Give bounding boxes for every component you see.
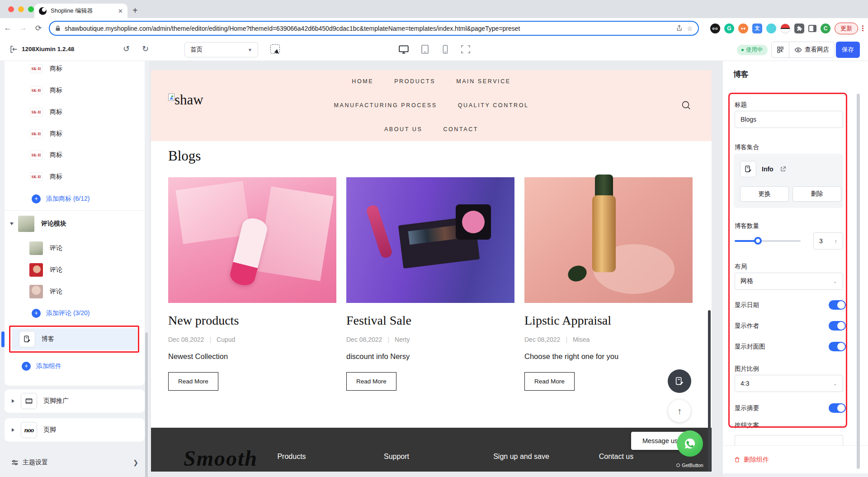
- section-select-icon[interactable]: [270, 44, 280, 54]
- show-summary-toggle[interactable]: [829, 403, 846, 413]
- footer-link[interactable]: Sign up and save: [493, 453, 549, 461]
- sidebar-item-logo[interactable]: SK-II 商标: [5, 123, 145, 145]
- undo-icon[interactable]: ↺: [123, 44, 130, 54]
- extension-translate-icon[interactable]: 文: [752, 24, 762, 33]
- getbutton-watermark[interactable]: GetButton: [657, 463, 712, 468]
- chrome-update-button[interactable]: 更新: [835, 23, 858, 34]
- read-more-button[interactable]: Read More: [524, 372, 575, 391]
- blog-count-stepper[interactable]: 3 ↑: [813, 232, 843, 250]
- maximize-window-button[interactable]: [28, 6, 34, 12]
- back-icon[interactable]: ←: [0, 24, 15, 33]
- nav-link[interactable]: PRODUCTS: [394, 78, 435, 85]
- extensions-puzzle-icon[interactable]: [794, 24, 804, 33]
- device-mobile-icon[interactable]: [440, 44, 450, 54]
- search-icon[interactable]: [681, 100, 692, 111]
- extension-grammarly-icon[interactable]: G: [724, 24, 734, 33]
- collapse-triangle-icon[interactable]: [10, 222, 14, 227]
- nav-link[interactable]: QUALITY CONTROL: [458, 102, 529, 109]
- browser-menu-icon[interactable]: [862, 25, 863, 31]
- extension-octopus-icon[interactable]: [766, 24, 776, 33]
- address-bar[interactable]: shawboutique.myshopline.com/admin/theme/…: [49, 21, 699, 36]
- sidebar-item-logo[interactable]: SK-II 商标: [5, 58, 145, 80]
- add-logo-button[interactable]: + 添加商标 (6/12): [5, 188, 145, 210]
- slider-thumb[interactable]: [754, 237, 762, 245]
- profile-avatar[interactable]: C: [821, 24, 830, 33]
- reload-icon[interactable]: ⟳: [31, 24, 46, 33]
- blog-post-title[interactable]: Lipstic Appraisal: [524, 313, 611, 328]
- close-window-button[interactable]: [8, 6, 14, 12]
- bookmark-star-icon[interactable]: ☆: [687, 25, 693, 32]
- device-desktop-icon[interactable]: [398, 43, 410, 55]
- nav-link[interactable]: MANUFACTURING PROCESS: [334, 102, 437, 109]
- show-author-toggle[interactable]: [829, 321, 846, 331]
- extension-pokeball-icon[interactable]: [780, 24, 790, 33]
- show-date-toggle[interactable]: [829, 300, 846, 310]
- forward-icon[interactable]: →: [15, 24, 31, 33]
- sidebar-item-logo[interactable]: SK-II 商标: [5, 80, 145, 101]
- sidebar-item-review[interactable]: 评论: [5, 259, 145, 281]
- footer-card[interactable]: noo 页脚: [5, 418, 145, 442]
- image-ratio-select[interactable]: 4:3 ⌄: [735, 375, 843, 392]
- browser-tab[interactable]: Shopline 编辑器 ✕: [34, 4, 127, 18]
- device-tablet-icon[interactable]: [420, 44, 430, 55]
- sidebar-item-review[interactable]: 评论: [5, 237, 145, 259]
- layout-select[interactable]: 网格 ⌄: [735, 273, 843, 290]
- new-tab-button[interactable]: +: [132, 5, 138, 16]
- nav-link[interactable]: HOME: [352, 78, 373, 85]
- read-more-button[interactable]: Read More: [346, 372, 396, 391]
- tab-close-icon[interactable]: ✕: [118, 8, 123, 14]
- stepper-up-icon[interactable]: ↑: [835, 238, 838, 245]
- footer-link[interactable]: Support: [384, 453, 409, 461]
- save-button[interactable]: 保存: [836, 42, 860, 58]
- view-store-button[interactable]: 查看网店: [789, 42, 834, 57]
- side-panel-icon[interactable]: [808, 25, 816, 32]
- share-icon[interactable]: [676, 25, 683, 32]
- blog-section-fab[interactable]: [668, 369, 691, 393]
- sidebar-item-reviews-module[interactable]: 评论模块: [5, 213, 145, 235]
- add-component-button[interactable]: + 添加组件: [5, 355, 145, 377]
- blog-cover-image[interactable]: [524, 177, 693, 303]
- panel-scrollbar[interactable]: [857, 94, 860, 469]
- delete-component-button[interactable]: 删除组件: [744, 456, 769, 464]
- window-controls[interactable]: [8, 6, 34, 12]
- sidebar-item-blog-selected[interactable]: 博客: [12, 328, 137, 350]
- blog-cover-image[interactable]: [168, 177, 336, 303]
- sidebar-item-review[interactable]: 评论: [5, 281, 145, 302]
- replace-collection-button[interactable]: 更换: [740, 186, 789, 202]
- expand-triangle-icon[interactable]: [12, 399, 16, 403]
- store-header[interactable]: HOME PRODUCTS MAIN SERVICE MANUFACTURING…: [151, 70, 712, 141]
- sidebar-item-footer-promo[interactable]: 页脚推广: [5, 390, 145, 412]
- show-cover-toggle[interactable]: [829, 342, 846, 351]
- footer-link[interactable]: Products: [277, 453, 306, 461]
- nav-link[interactable]: MAIN SERVICE: [456, 78, 511, 85]
- preview-scrollbar[interactable]: [708, 310, 711, 471]
- read-more-button[interactable]: Read More: [168, 372, 218, 391]
- expand-triangle-icon[interactable]: [12, 428, 16, 432]
- add-review-button[interactable]: + 添加评论 (3/20): [5, 302, 145, 324]
- minimize-window-button[interactable]: [18, 6, 24, 12]
- footer-promo-card[interactable]: 页脚推广: [5, 389, 145, 413]
- blog-count-slider[interactable]: [735, 240, 801, 242]
- sidebar-item-logo[interactable]: SK-II 商标: [5, 166, 145, 188]
- qr-code-button[interactable]: [772, 42, 789, 57]
- button-text-input[interactable]: [735, 435, 843, 446]
- sidebar-scrollbar[interactable]: [145, 332, 148, 477]
- theme-settings-button[interactable]: 主题设置 ❯: [5, 453, 145, 472]
- scroll-to-top-button[interactable]: ↑: [668, 400, 691, 422]
- external-link-icon[interactable]: [780, 166, 786, 172]
- title-input[interactable]: Blogs: [735, 111, 843, 128]
- page-selector-dropdown[interactable]: 首页 ▼: [184, 42, 258, 57]
- sidebar-item-logo[interactable]: SK-II 商标: [5, 101, 145, 123]
- nav-link[interactable]: ABOUT US: [384, 126, 422, 132]
- whatsapp-button[interactable]: [677, 430, 703, 457]
- store-logo[interactable]: shaw: [168, 93, 203, 107]
- device-responsive-icon[interactable]: [460, 44, 471, 55]
- sidebar-item-footer[interactable]: noo 页脚: [5, 419, 145, 441]
- blog-post-title[interactable]: Festival Sale: [346, 313, 411, 328]
- extension-robot-icon[interactable]: ●●: [738, 24, 748, 33]
- exit-editor-icon[interactable]: [9, 45, 18, 54]
- sidebar-item-logo[interactable]: SK-II 商标: [5, 144, 145, 166]
- redo-icon[interactable]: ↻: [142, 44, 149, 54]
- remove-collection-button[interactable]: 删除: [793, 186, 841, 202]
- blog-cover-image[interactable]: [346, 177, 514, 303]
